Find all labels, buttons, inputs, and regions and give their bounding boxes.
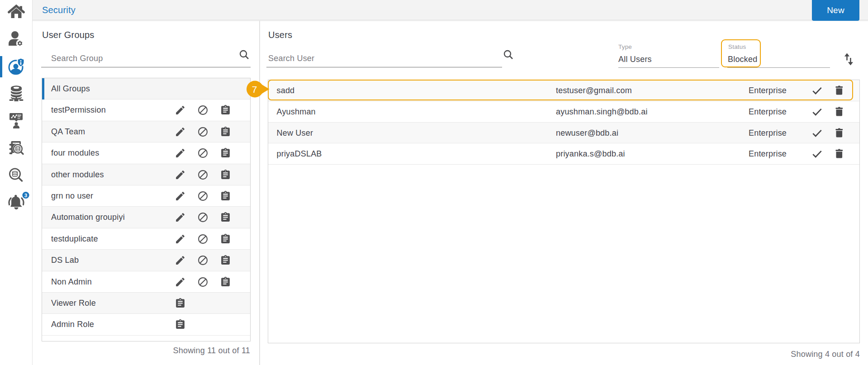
svg-text:7: 7 [252,84,257,95]
svg-text:3: 3 [24,193,27,198]
